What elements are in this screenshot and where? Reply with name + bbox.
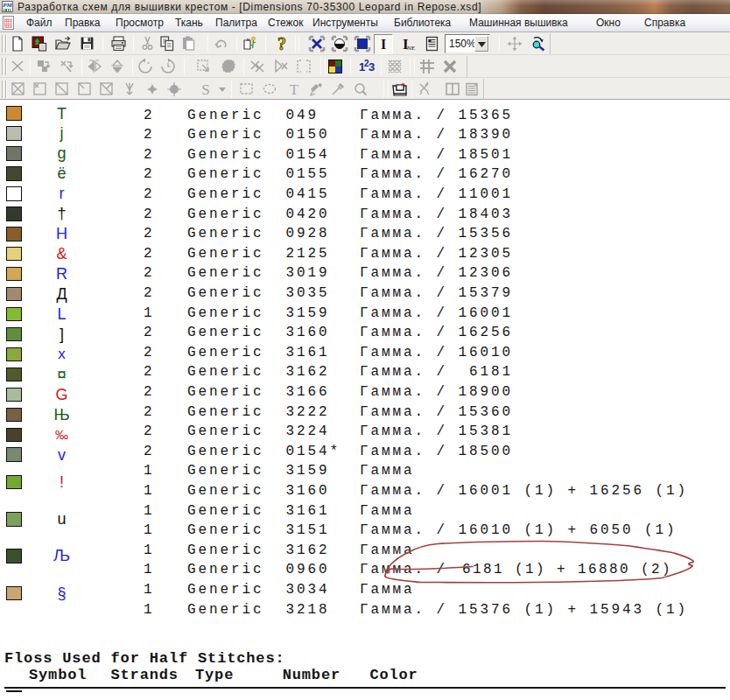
svg-text:NE: NE	[407, 45, 415, 52]
svg-text:?: ?	[277, 34, 286, 53]
svg-text:3: 3	[369, 60, 375, 74]
svg-text:S: S	[201, 81, 209, 98]
svg-text:T: T	[290, 81, 299, 98]
